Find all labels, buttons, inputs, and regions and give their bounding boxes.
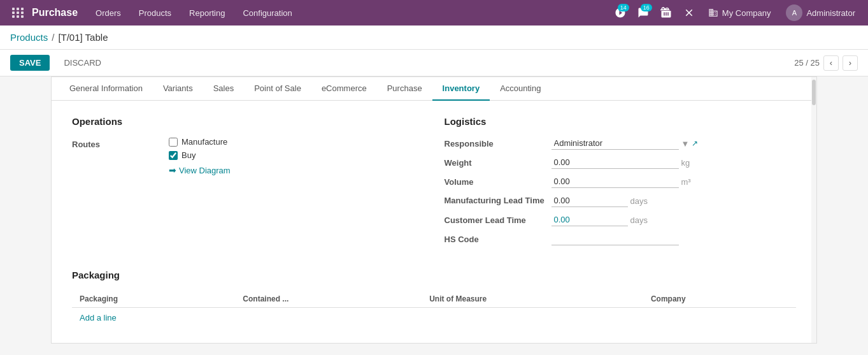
breadcrumb-separator: / (52, 32, 54, 43)
responsible-row: Responsible ▼ ↗ (445, 137, 797, 150)
responsible-input-wrap: ▼ ↗ (551, 137, 797, 150)
breadcrumb-bar: Products / [T/01] Table (0, 25, 868, 50)
routes-field-row: Routes Manufacture Buy ➡ (72, 137, 424, 175)
user-name: Administrator (806, 8, 855, 18)
routes-value: Manufacture Buy ➡ View Diagram (169, 137, 424, 175)
tab-ecommerce[interactable]: eCommerce (311, 77, 377, 101)
company-selector[interactable]: My Company (702, 8, 778, 18)
tabs: General Information Variants Sales Point… (52, 77, 816, 101)
weight-label: Weight (445, 158, 546, 168)
form-body: Operations Routes Manufacture Buy (52, 101, 816, 343)
main-content: General Information Variants Sales Point… (0, 76, 868, 344)
responsible-external-link-icon[interactable]: ↗ (692, 139, 698, 148)
hs-code-input-wrap (551, 233, 797, 245)
avatar: A (786, 4, 802, 21)
arrow-icon: ➡ (169, 165, 176, 175)
add-line-link[interactable]: Add a line (72, 308, 124, 328)
nav-reporting[interactable]: Reporting (180, 0, 234, 25)
col-uom: Unit of Measure (422, 291, 643, 308)
volume-input-wrap: m³ (551, 175, 797, 188)
mfg-lead-input[interactable] (551, 194, 628, 207)
mfg-lead-row: Manufacturing Lead Time days (445, 194, 797, 207)
volume-row: Volume m³ (445, 175, 797, 188)
grid-icon (12, 8, 24, 18)
hs-code-label: HS Code (445, 235, 546, 244)
scrollbar[interactable] (811, 77, 816, 343)
operations-title: Operations (72, 116, 424, 127)
messages-button[interactable]: 16 (633, 3, 653, 23)
buy-checkbox-row: Buy (169, 150, 424, 160)
tab-accounting[interactable]: Accounting (490, 77, 551, 101)
apps-menu-button[interactable] (6, 1, 29, 24)
tab-variants[interactable]: Variants (153, 77, 203, 101)
buy-label: Buy (181, 150, 196, 160)
customer-lead-unit: days (630, 215, 648, 225)
col-packaging: Packaging (72, 291, 235, 308)
mfg-lead-input-wrap: days (551, 194, 797, 207)
weight-unit: kg (681, 158, 690, 168)
manufacture-checkbox[interactable] (169, 138, 178, 147)
logistics-section: Logistics Responsible ▼ ↗ Weight (445, 116, 797, 252)
top-nav: Orders Products Reporting Configuration (87, 0, 610, 25)
pager: 25 / 25 ‹ › (794, 55, 858, 71)
customer-lead-row: Customer Lead Time days (445, 214, 797, 226)
activity-button[interactable]: 14 (610, 3, 630, 23)
content-card: General Information Variants Sales Point… (51, 76, 817, 344)
activity-badge: 14 (618, 4, 629, 11)
tab-general-information[interactable]: General Information (59, 77, 153, 101)
discard-button[interactable]: DISCARD (55, 55, 110, 71)
pager-text: 25 / 25 (794, 58, 820, 68)
tab-inventory[interactable]: Inventory (432, 77, 490, 101)
customer-lead-label: Customer Lead Time (445, 215, 546, 225)
breadcrumb-parent[interactable]: Products (10, 32, 48, 43)
volume-input[interactable] (551, 175, 679, 188)
logistics-title: Logistics (445, 116, 797, 127)
action-bar: SAVE DISCARD 25 / 25 ‹ › (0, 50, 868, 76)
col-company: Company (643, 291, 796, 308)
scrollbar-thumb (812, 80, 816, 105)
customer-lead-input[interactable] (551, 214, 628, 226)
packaging-title: Packaging (72, 270, 796, 280)
manufacture-label: Manufacture (181, 137, 227, 147)
nav-configuration[interactable]: Configuration (234, 0, 301, 25)
mfg-lead-label: Manufacturing Lead Time (445, 196, 546, 206)
tab-point-of-sale[interactable]: Point of Sale (244, 77, 311, 101)
nav-products[interactable]: Products (130, 0, 180, 25)
topbar-right: 14 16 My Company A Administrator (610, 3, 862, 23)
volume-label: Volume (445, 177, 546, 187)
manufacture-checkbox-row: Manufacture (169, 137, 424, 147)
packaging-section: Packaging Packaging Contained ... Unit o… (72, 270, 796, 328)
buy-checkbox[interactable] (169, 151, 178, 160)
view-diagram-label: View Diagram (179, 166, 231, 175)
routes-label: Routes (72, 137, 161, 149)
hs-code-input[interactable] (551, 233, 679, 245)
nav-orders[interactable]: Orders (87, 0, 130, 25)
weight-input[interactable] (551, 156, 679, 169)
app-name: Purchase (29, 7, 87, 18)
gift-button[interactable] (656, 3, 676, 23)
tab-sales[interactable]: Sales (203, 77, 245, 101)
two-col-layout: Operations Routes Manufacture Buy (72, 116, 796, 252)
close-button[interactable] (679, 3, 699, 23)
responsible-label: Responsible (445, 139, 546, 149)
breadcrumb-current: [T/01] Table (58, 32, 108, 43)
weight-input-wrap: kg (551, 156, 797, 169)
mfg-lead-unit: days (630, 196, 648, 206)
responsible-input[interactable] (551, 137, 679, 150)
hs-code-row: HS Code (445, 233, 797, 245)
customer-lead-input-wrap: days (551, 214, 797, 226)
volume-unit: m³ (681, 177, 691, 187)
responsible-dropdown-icon: ▼ (681, 139, 690, 149)
save-button[interactable]: SAVE (10, 55, 50, 71)
tab-purchase[interactable]: Purchase (377, 77, 432, 101)
packaging-table: Packaging Contained ... Unit of Measure … (72, 291, 796, 308)
view-diagram-link[interactable]: ➡ View Diagram (169, 165, 424, 175)
col-contained: Contained ... (235, 291, 422, 308)
weight-row: Weight kg (445, 156, 797, 169)
company-name: My Company (722, 8, 771, 18)
user-menu[interactable]: A Administrator (779, 4, 862, 21)
pager-prev[interactable]: ‹ (823, 55, 839, 71)
messages-badge: 16 (641, 4, 652, 11)
operations-section: Operations Routes Manufacture Buy (72, 116, 424, 252)
pager-next[interactable]: › (843, 55, 858, 71)
